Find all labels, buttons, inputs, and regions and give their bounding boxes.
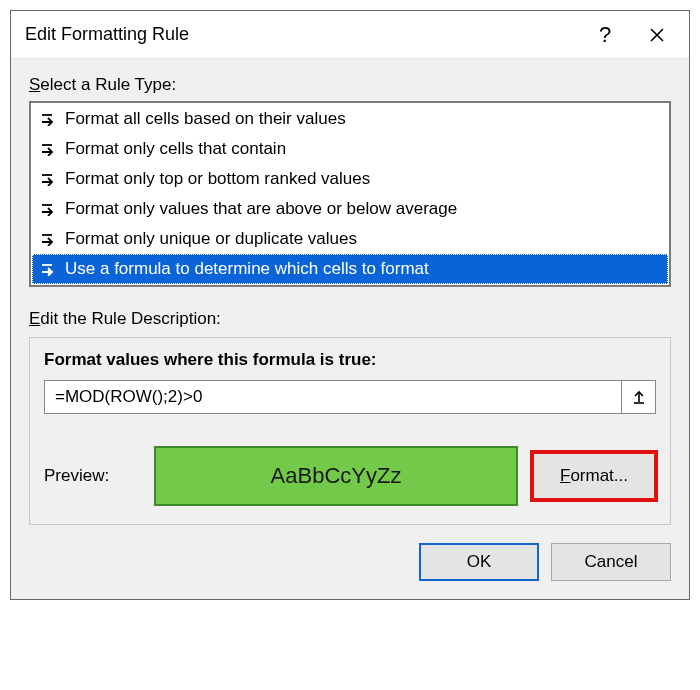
rule-bullet-icon: [41, 202, 57, 216]
preview-sample: AaBbCcYyZz: [154, 446, 518, 506]
rule-bullet-icon: [41, 112, 57, 126]
rule-description-box: Format values where this formula is true…: [29, 337, 671, 525]
rule-type-label: Select a Rule Type:: [29, 75, 671, 95]
rule-desc-mnemonic: E: [29, 309, 40, 328]
rule-bullet-icon: [41, 172, 57, 186]
help-button[interactable]: ?: [579, 11, 631, 58]
rule-type-item-label: Use a formula to determine which cells t…: [65, 259, 429, 279]
preview-row: Preview: AaBbCcYyZz Format...: [44, 446, 656, 506]
rule-type-list[interactable]: Format all cells based on their valuesFo…: [29, 101, 671, 287]
dialog-titlebar: Edit Formatting Rule ?: [11, 11, 689, 59]
format-btn-text: ormat...: [570, 466, 628, 485]
dialog-title: Edit Formatting Rule: [25, 24, 579, 45]
preview-label: Preview:: [44, 466, 140, 486]
formula-input[interactable]: [44, 380, 622, 414]
rule-desc-label-text: dit the Rule Description:: [40, 309, 220, 328]
rule-type-item[interactable]: Format all cells based on their values: [32, 104, 668, 134]
rule-type-item[interactable]: Format only top or bottom ranked values: [32, 164, 668, 194]
rule-type-item[interactable]: Use a formula to determine which cells t…: [32, 254, 668, 284]
dialog-body: Select a Rule Type: Format all cells bas…: [11, 59, 689, 599]
rule-type-label-text: elect a Rule Type:: [40, 75, 176, 94]
collapse-dialog-button[interactable]: [622, 380, 656, 414]
rule-type-item-label: Format only values that are above or bel…: [65, 199, 457, 219]
formula-label: Format values where this formula is true…: [44, 350, 656, 370]
rule-type-item[interactable]: Format only unique or duplicate values: [32, 224, 668, 254]
cancel-button[interactable]: Cancel: [551, 543, 671, 581]
rule-type-item[interactable]: Format only values that are above or bel…: [32, 194, 668, 224]
rule-bullet-icon: [41, 262, 57, 276]
rule-bullet-icon: [41, 142, 57, 156]
format-mnemonic: F: [560, 466, 570, 485]
rule-type-item-label: Format only top or bottom ranked values: [65, 169, 370, 189]
collapse-icon: [631, 389, 647, 405]
formula-row: [44, 380, 656, 414]
ok-button[interactable]: OK: [419, 543, 539, 581]
rule-type-item[interactable]: Format only cells that contain: [32, 134, 668, 164]
dialog-footer: OK Cancel: [29, 543, 671, 581]
rule-bullet-icon: [41, 232, 57, 246]
rule-type-item-label: Format only unique or duplicate values: [65, 229, 357, 249]
close-button[interactable]: [631, 11, 683, 58]
rule-type-item-label: Format only cells that contain: [65, 139, 286, 159]
edit-formatting-rule-dialog: Edit Formatting Rule ? Select a Rule Typ…: [10, 10, 690, 600]
rule-type-mnemonic: S: [29, 75, 40, 94]
close-icon: [649, 27, 665, 43]
rule-type-item-label: Format all cells based on their values: [65, 109, 346, 129]
rule-description-label: Edit the Rule Description:: [29, 309, 671, 329]
format-button[interactable]: Format...: [532, 452, 656, 500]
